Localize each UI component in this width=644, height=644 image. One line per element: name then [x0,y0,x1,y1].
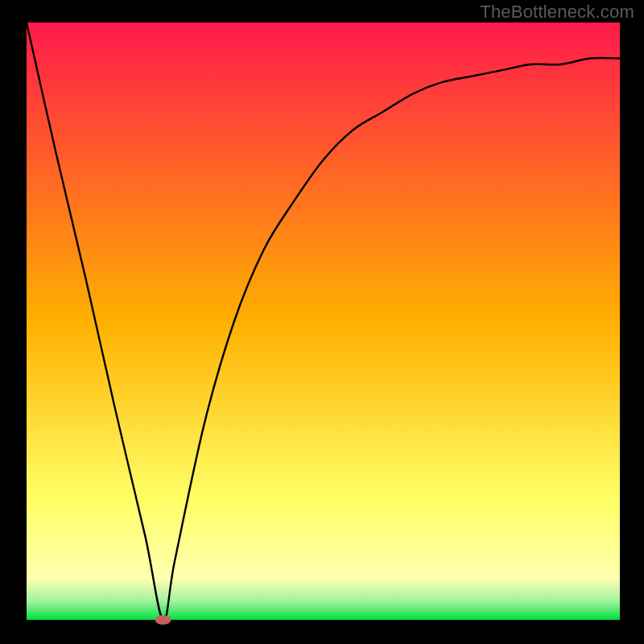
chart-frame: TheBottleneck.com [0,0,644,644]
optimal-point-marker [155,615,171,625]
watermark-text: TheBottleneck.com [480,2,634,23]
bottleneck-chart [0,0,644,644]
plot-background [27,23,620,620]
